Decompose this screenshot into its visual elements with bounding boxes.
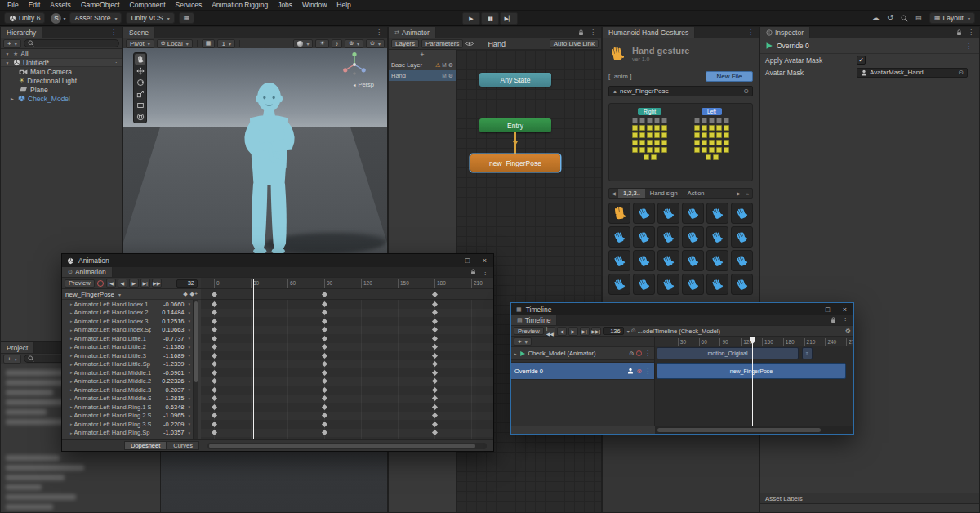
property-options-caret[interactable]: ▾ [185, 370, 193, 375]
gesture-button[interactable] [682, 203, 704, 224]
animation-property-row[interactable]: ▸ Animator.Left Hand.Little.2 -1.1386 ▾ [62, 343, 193, 352]
handle-rotation-button[interactable]: ⊕Local▾ [157, 39, 193, 48]
preview-toggle[interactable]: Preview [65, 279, 95, 288]
foldout-icon[interactable]: ▶ [9, 96, 16, 101]
keyframe-icon[interactable] [321, 353, 327, 359]
property-value[interactable]: -0.7737 [153, 335, 184, 342]
keyframe-icon[interactable] [211, 327, 216, 332]
animation-property-row[interactable]: ▸ Animator.Left Hand.Index.1 -0.0660 ▾ [62, 300, 193, 309]
horizontal-scrollbar[interactable] [207, 443, 487, 449]
keyframe-icon[interactable] [321, 336, 327, 341]
track-menu-icon[interactable]: ⋮ [644, 350, 651, 357]
hierarchy-item-directional-light[interactable]: ☀ Directional Light [1, 76, 122, 85]
keyframe-icon[interactable] [321, 413, 327, 418]
pivot-button[interactable]: Pivot▾ [126, 39, 154, 48]
lock-icon[interactable] [956, 29, 962, 36]
tab-scene[interactable]: Scene [123, 27, 155, 38]
dopesheet-row[interactable] [201, 395, 493, 404]
gestures-menu-icon[interactable]: ⋮ [745, 29, 756, 36]
timeline-asset-selector[interactable]: ...odelTimeline (Check_Model) [638, 328, 720, 335]
layer-settings-icon[interactable]: ⚙ [448, 73, 453, 79]
finger-joint-toggle[interactable] [654, 147, 660, 153]
finger-joint-toggle[interactable] [724, 125, 729, 131]
tabs-right-arrow[interactable]: ▶ [734, 189, 743, 198]
new-file-button[interactable]: New File [706, 71, 753, 82]
next-frame-button[interactable]: ▶| [580, 327, 590, 336]
property-options-caret[interactable]: ▾ [185, 413, 193, 418]
animator-menu-icon[interactable]: ⋮ [587, 29, 599, 36]
avatar-mask-icon[interactable] [627, 368, 634, 374]
cloud-icon[interactable]: ☁ [871, 14, 880, 22]
finger-joint-toggle[interactable] [662, 132, 667, 138]
transform-tool-button[interactable] [135, 111, 145, 122]
redacted-asset-row[interactable] [6, 455, 60, 461]
keyframe-icon[interactable] [321, 291, 327, 297]
scene-header-row[interactable]: ▼ Untitled* ⋮ [1, 58, 122, 67]
foldout-icon[interactable]: ▼ [4, 60, 11, 65]
finger-joint-toggle[interactable] [702, 140, 707, 145]
track-header-override[interactable]: Override 0 ⊗ ⋮ [511, 362, 654, 380]
tab-animation[interactable]: ⊙Animation [62, 267, 113, 277]
property-options-caret[interactable]: ▾ [185, 353, 193, 358]
orientation-gizmo[interactable] [340, 50, 369, 79]
finger-joint-toggle[interactable] [709, 147, 715, 153]
finger-joint-toggle[interactable] [632, 132, 638, 138]
finger-joint-toggle[interactable] [694, 125, 700, 131]
animation-property-row[interactable]: ▸ Animator.Left Hand.Little.3 -1.1689 ▾ [62, 351, 193, 360]
horizontal-scrollbar[interactable] [655, 426, 853, 434]
scene-menu-icon[interactable]: ⋮ [373, 29, 385, 36]
gizmos-toggle[interactable]: ⊙▾ [366, 39, 385, 48]
menu-item[interactable]: Jobs [273, 0, 297, 11]
add-keyframe-button[interactable]: ◆ [183, 291, 187, 297]
menu-item[interactable]: Animation Rigging [207, 0, 273, 11]
dopesheet-row[interactable] [201, 420, 493, 429]
finger-joint-toggle[interactable] [647, 132, 653, 138]
keyframe-icon[interactable] [431, 387, 437, 393]
humanoid-character[interactable] [185, 69, 353, 270]
finger-joint-toggle[interactable] [724, 118, 729, 123]
record-button[interactable] [97, 280, 104, 287]
property-options-caret[interactable]: ▾ [185, 310, 193, 315]
redacted-asset-row[interactable] [6, 504, 53, 510]
menu-item[interactable]: Help [332, 0, 355, 11]
hierarchy-search-input[interactable] [24, 39, 119, 47]
dopesheet-row[interactable] [201, 429, 493, 438]
maximize-button[interactable]: □ [459, 254, 476, 267]
finger-joint-toggle[interactable] [639, 118, 645, 123]
maximize-button[interactable]: □ [819, 303, 836, 315]
keyframe-icon[interactable] [321, 361, 327, 367]
finger-joint-toggle[interactable] [709, 140, 715, 145]
add-track-button[interactable]: +▾ [514, 337, 532, 346]
frame-field[interactable]: 136 [603, 327, 624, 335]
hierarchy-item-plane[interactable]: Plane [1, 85, 122, 94]
undo-history-icon[interactable]: ↺ [887, 14, 893, 22]
tab-humanoid-hand-gestures[interactable]: Humanoid Hand Gestures [603, 27, 695, 38]
redacted-asset-row[interactable] [6, 390, 53, 395]
finger-joint-toggle[interactable] [654, 118, 660, 123]
menu-item[interactable]: GameObject [76, 0, 125, 11]
keyframe-icon[interactable] [211, 422, 216, 427]
gesture-button[interactable] [657, 250, 679, 271]
track-options-icon[interactable]: ⊙ [629, 350, 634, 357]
keyframe-icon[interactable] [211, 336, 216, 341]
state-node-new-fingerpose[interactable]: new_FingerPose [470, 154, 560, 172]
finger-joint-toggle[interactable] [632, 140, 638, 145]
finger-joint-toggle[interactable] [662, 147, 667, 153]
dopesheet-row[interactable] [201, 351, 493, 360]
gesture-button[interactable] [731, 226, 753, 248]
window-titlebar[interactable]: Animation – □ × [62, 254, 493, 267]
finger-joint-toggle[interactable] [706, 154, 711, 160]
keyframe-icon[interactable] [211, 387, 216, 393]
inspected-object-name[interactable]: Override 0 [777, 42, 809, 50]
dopesheet-row[interactable] [201, 377, 493, 386]
property-value[interactable]: -1.0357 [153, 429, 184, 436]
animation-property-row[interactable]: ▸ Animator.Left Hand.Little.Sp -1.2339 ▾ [62, 360, 193, 369]
effects-toggle[interactable]: ⊛▾ [345, 39, 363, 48]
keyframe-icon[interactable] [211, 310, 216, 315]
property-options-caret[interactable]: ▾ [185, 422, 193, 426]
tab-animator[interactable]: ⇄Animator [389, 27, 436, 38]
keyframe-icon[interactable] [211, 301, 216, 307]
property-options-caret[interactable]: ▾ [185, 362, 193, 367]
gesture-button[interactable] [682, 226, 704, 248]
project-add-button[interactable]: +▾ [3, 355, 21, 364]
